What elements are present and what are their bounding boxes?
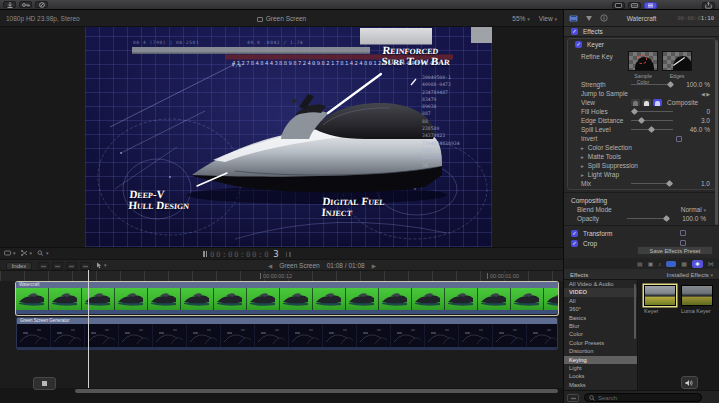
transform-onscreen-toggle[interactable] — [680, 230, 686, 236]
category-360[interactable]: 360° — [564, 305, 637, 313]
inspector-body: ✓ Effects ✓ Keyer Refine Key Sample Colo… — [564, 27, 719, 258]
effect-card-luma-keyer[interactable]: Luma Keyer — [681, 285, 713, 314]
effects-checkbox[interactable]: ✓ — [571, 28, 578, 35]
edges-tool[interactable]: Edges — [662, 51, 692, 79]
clip-watercraft[interactable]: Watercraft — [16, 282, 558, 315]
zoom-tool-dropdown[interactable]: ▾ — [37, 250, 49, 256]
viewer-zoom-menu[interactable]: 55% ▾ — [512, 15, 529, 22]
inspector-scrollbar[interactable] — [715, 40, 718, 225]
keyer-checkbox[interactable]: ✓ — [575, 41, 582, 48]
pointer-tool-dropdown[interactable]: ▾ — [96, 262, 107, 269]
opacity-value[interactable]: 100.0 % — [674, 215, 706, 222]
titles-generators-button[interactable] — [628, 2, 641, 9]
photos-videos-button[interactable] — [612, 2, 625, 9]
strength-value[interactable]: 100.0 % — [678, 81, 710, 88]
import-media-button[interactable] — [3, 1, 16, 8]
audio-meters-button[interactable] — [681, 376, 698, 389]
clip-green-screen-generator[interactable]: Green Screen Generator — [16, 317, 558, 350]
mix-slider[interactable] — [631, 183, 673, 184]
effects-browser-icon[interactable]: ❖ — [692, 260, 703, 268]
category-color[interactable]: Color — [564, 330, 637, 338]
opacity-slider[interactable] — [627, 218, 669, 219]
category-light[interactable]: Light — [564, 364, 637, 372]
save-effects-preset-button[interactable]: Save Effects Preset — [637, 246, 713, 255]
effect-card-keyer[interactable]: Keyer — [644, 285, 676, 314]
share-icon — [705, 2, 712, 9]
apps-grid-icon[interactable]: ▦ — [681, 261, 687, 267]
category-masks[interactable]: Masks — [564, 381, 637, 389]
clip-appearance-button-4[interactable] — [80, 262, 91, 270]
crop-checkbox[interactable]: ✓ — [571, 240, 578, 247]
soundtracks-icon[interactable] — [666, 261, 676, 267]
search-input[interactable] — [598, 395, 697, 401]
timeline-timecode-display[interactable]: 00:00:00:03 — [203, 249, 291, 259]
spill-suppression-group[interactable]: Spill Suppression — [588, 162, 638, 169]
fill-holes-value[interactable]: 0 — [678, 108, 710, 115]
timeline-clip-name[interactable]: Green Screen — [279, 262, 319, 269]
playhead[interactable] — [88, 270, 89, 388]
back-arrow-icon[interactable]: ◀ — [268, 263, 272, 269]
effects-search-field[interactable] — [584, 393, 702, 402]
installed-effects-menu[interactable]: Installed Effects ▾ — [667, 272, 713, 278]
category-basics[interactable]: Basics — [564, 314, 637, 322]
timeline-ruler[interactable]: 00:00:00:12 00:00:01:00 — [0, 270, 563, 281]
blade-tool-dropdown[interactable]: ▾ — [21, 250, 33, 256]
matte-tools-group[interactable]: Matte Tools — [588, 153, 621, 160]
edge-distance-slider[interactable] — [631, 120, 673, 121]
keyword-editor-button[interactable] — [19, 1, 32, 8]
spill-level-slider[interactable] — [631, 129, 673, 130]
category-keying[interactable]: Keying — [564, 356, 637, 364]
category-all-video-audio[interactable]: All Video & Audio — [564, 280, 637, 288]
spill-level-value[interactable]: 46.0 % — [678, 126, 710, 133]
category-all[interactable]: All — [564, 297, 637, 305]
view-original-button[interactable] — [631, 99, 640, 106]
category-color-presets[interactable]: Color Presets — [564, 339, 637, 347]
transitions-browser-icon[interactable]: ⋈ — [708, 261, 714, 267]
disclosure-icon[interactable]: ▸ — [581, 163, 584, 169]
sidebar-toggle-button[interactable] — [567, 394, 579, 402]
view-composite-button[interactable] — [653, 99, 662, 106]
clip-appearance-button-3[interactable] — [66, 262, 77, 270]
transform-checkbox[interactable]: ✓ — [571, 230, 578, 237]
disclosure-icon[interactable]: ▸ — [581, 145, 584, 151]
generator-frame-thumb — [153, 324, 187, 347]
timeline-bottom-left-button[interactable] — [33, 377, 56, 390]
greenscreen-frame-thumb — [181, 288, 214, 310]
clip-appearance-button-1[interactable] — [38, 262, 49, 270]
clip-filmstrip — [16, 288, 558, 310]
clip-appearance-button-2[interactable] — [52, 262, 63, 270]
photos-icon[interactable]: ▣ — [648, 261, 654, 267]
color-selection-group[interactable]: Color Selection — [588, 144, 632, 151]
category-blur[interactable]: Blur — [564, 322, 637, 330]
edge-distance-label: Edge Distance — [581, 117, 631, 124]
film-icon[interactable]: ▤ — [637, 261, 643, 267]
category-distortion[interactable]: Distortion — [564, 347, 637, 355]
invert-checkbox[interactable] — [676, 136, 682, 142]
disclosure-icon[interactable]: ▸ — [581, 172, 584, 178]
timeline-horizontal-scrollbar[interactable] — [75, 389, 558, 393]
fill-holes-slider[interactable] — [631, 111, 673, 112]
viewer-view-menu[interactable]: View ▾ — [539, 15, 557, 22]
mix-value[interactable]: 1.0 — [678, 180, 710, 187]
blend-mode-select[interactable]: Normal ▾ — [674, 206, 706, 213]
sample-color-tool[interactable]: Sample Color — [628, 51, 658, 79]
view-matte-button[interactable] — [642, 99, 651, 106]
category-looks[interactable]: Looks — [564, 372, 637, 380]
index-button[interactable]: Index — [6, 262, 32, 270]
category-list-scrollbar[interactable] — [634, 284, 637, 339]
generator-frame-thumb — [85, 324, 119, 347]
strength-slider[interactable] — [631, 84, 673, 85]
share-button[interactable] — [702, 2, 715, 9]
jump-prev-button[interactable]: ◀ — [701, 91, 705, 97]
background-tasks-button[interactable] — [35, 1, 48, 8]
music-icon[interactable]: ♪ — [658, 261, 661, 267]
edge-distance-value[interactable]: 3.0 — [678, 117, 710, 124]
light-wrap-group[interactable]: Light Wrap — [588, 171, 619, 178]
jump-next-button[interactable]: ▶ — [706, 91, 710, 97]
mix-label: Mix — [581, 180, 631, 187]
forward-arrow-icon[interactable]: ▶ — [372, 263, 376, 269]
viewer-numbers-column: 30049500-140988-047323478948783479890388… — [422, 74, 460, 169]
trim-tool-dropdown[interactable]: ▾ — [4, 250, 16, 256]
inspector-toggle-button[interactable] — [644, 2, 657, 9]
disclosure-icon[interactable]: ▸ — [581, 154, 584, 160]
